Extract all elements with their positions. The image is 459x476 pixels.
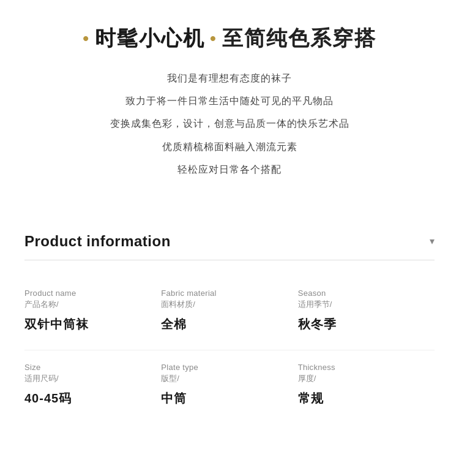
hero-description: 我们是有理想有态度的袜子 致力于将一件日常生活中随处可见的平凡物品 变换成集色彩…: [24, 70, 435, 178]
fabric-material-label-cn: 面料材质/: [161, 299, 297, 310]
hero-desc-line-2: 致力于将一件日常生活中随处可见的平凡物品: [125, 93, 334, 109]
hero-section: • 时髦小心机 • 至简纯色系穿搭 我们是有理想有态度的袜子 致力于将一件日常生…: [0, 0, 459, 196]
size-label-en: Size: [24, 363, 161, 372]
product-info-header: Product information ▾: [24, 233, 435, 250]
size-cell: Size 适用尺码/ 40-45码: [24, 353, 161, 421]
product-name-label-en: Product name: [24, 289, 161, 298]
plate-type-label-en: Plate type: [161, 363, 297, 372]
season-cell: Season 适用季节/ 秋冬季: [298, 279, 435, 347]
size-label-cn: 适用尺码/: [24, 373, 161, 384]
product-name-cell: Product name 产品名称/ 双针中筒袜: [24, 279, 161, 347]
chevron-down-icon[interactable]: ▾: [430, 235, 435, 247]
bullet-right-icon: •: [210, 30, 217, 47]
product-name-value: 双针中筒袜: [24, 316, 161, 333]
section-divider: [24, 260, 435, 260]
season-value: 秋冬季: [298, 316, 435, 333]
thickness-cell: Thickness 厚度/ 常规: [298, 353, 435, 421]
product-info-section: Product information ▾ Product name 产品名称/…: [0, 214, 459, 446]
plate-type-value: 中筒: [161, 390, 297, 407]
season-label-cn: 适用季节/: [298, 299, 435, 310]
plate-type-cell: Plate type 版型/ 中筒: [161, 353, 297, 421]
size-value: 40-45码: [24, 390, 161, 407]
hero-title-main: 时髦小心机: [95, 25, 205, 53]
thickness-label-en: Thickness: [298, 363, 435, 372]
plate-type-label-cn: 版型/: [161, 373, 297, 384]
thickness-label-cn: 厚度/: [298, 373, 435, 384]
fabric-material-cell: Fabric material 面料材质/ 全棉: [161, 279, 297, 347]
product-name-label-cn: 产品名称/: [24, 299, 161, 310]
season-label-en: Season: [298, 289, 435, 298]
hero-title-sub: 至简纯色系穿搭: [222, 25, 376, 53]
hero-desc-line-4: 优质精梳棉面料融入潮流元素: [162, 138, 297, 155]
product-info-grid: Product name 产品名称/ 双针中筒袜 Fabric material…: [24, 279, 435, 421]
bullet-left-icon: •: [83, 30, 90, 47]
fabric-material-value: 全棉: [161, 316, 297, 333]
hero-title: • 时髦小心机 • 至简纯色系穿搭: [24, 25, 435, 53]
thickness-value: 常规: [298, 390, 435, 407]
product-info-title: Product information: [24, 233, 171, 250]
hero-desc-line-3: 变换成集色彩，设计，创意与品质一体的快乐艺术品: [110, 115, 349, 132]
row-divider: [24, 350, 435, 350]
hero-desc-line-5: 轻松应对日常各个搭配: [177, 161, 282, 178]
hero-desc-line-1: 我们是有理想有态度的袜子: [167, 70, 292, 86]
spacer: [0, 196, 459, 214]
fabric-material-label-en: Fabric material: [161, 289, 297, 298]
